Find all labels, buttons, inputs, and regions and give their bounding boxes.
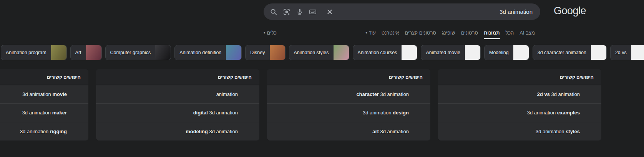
related-searches-title: חיפושים קשורים: [47, 74, 81, 80]
related-search-text: modeling 3d animation: [186, 129, 238, 134]
chip-label: 3d character animation: [533, 50, 591, 55]
related-searches-panel: חיפושים קשורים character 3d animation 3d…: [267, 69, 430, 140]
chip-thumbnail: [226, 45, 241, 60]
search-bar[interactable]: 3d animation: [264, 3, 540, 20]
related-search-item[interactable]: digital 3d animation: [96, 104, 259, 122]
chip-label: Art: [71, 50, 86, 55]
related-searches-title: חיפושים קשורים: [560, 74, 594, 80]
tab-label: הכל: [506, 30, 514, 36]
chip-thumbnail: [51, 45, 66, 60]
suggestion-chip-art[interactable]: Art: [70, 45, 102, 60]
suggestion-chips-strip: Animation program Art Computer graphics …: [0, 45, 644, 60]
tab-label: עוד: [369, 30, 376, 36]
clear-icon[interactable]: [326, 8, 334, 16]
related-search-item[interactable]: 2d vs 3d animation: [438, 85, 601, 104]
chip-thumbnail: [631, 45, 644, 60]
chip-label: Animation styles: [289, 50, 334, 55]
keyboard-icon[interactable]: [309, 8, 317, 16]
tab-label: אינטרנט: [382, 30, 399, 36]
chip-thumbnail: [465, 45, 480, 60]
chip-thumbnail: [591, 45, 606, 60]
search-input[interactable]: 3d animation: [500, 3, 533, 20]
search-icon[interactable]: [270, 8, 277, 16]
google-logo[interactable]: Google: [554, 5, 586, 17]
related-searches-title: חיפושים קשורים: [218, 74, 252, 80]
suggestion-chip-animation-courses[interactable]: Animation courses: [353, 45, 418, 60]
related-search-text: 3d animation design: [363, 110, 409, 116]
chip-thumbnail: [155, 45, 171, 60]
related-search-text: digital 3d animation: [193, 110, 238, 116]
google-lens-icon[interactable]: [283, 8, 290, 16]
chip-label: Computer graphics: [106, 50, 156, 55]
related-search-text: 2d vs 3d animation: [537, 91, 580, 97]
microphone-icon[interactable]: [296, 8, 304, 16]
related-searches-header: חיפושים קשורים: [96, 69, 259, 85]
related-search-item[interactable]: 3d animation movie: [0, 85, 88, 104]
related-searches-header: חיפושים קשורים: [267, 69, 430, 85]
chip-thumbnail: [334, 45, 349, 60]
related-search-item[interactable]: 3d animation examples: [438, 104, 601, 122]
related-searches-title: חיפושים קשורים: [389, 74, 423, 80]
tools-button[interactable]: כלים ▾: [264, 30, 277, 37]
related-search-text: art 3d animation: [372, 129, 409, 134]
chip-label: 2d vs: [611, 50, 631, 55]
related-search-item[interactable]: animation: [96, 85, 259, 104]
related-search-item[interactable]: character 3d animation: [267, 85, 430, 104]
tab-web[interactable]: אינטרנט: [382, 30, 399, 37]
tab-label: מצב AI: [520, 30, 535, 36]
related-searches-panel: חיפושים קשורים 3d animation movie 3d ani…: [0, 69, 88, 140]
suggestion-chip-computer-graphics[interactable]: Computer graphics: [105, 45, 171, 60]
chevron-down-icon: ▾: [264, 31, 266, 35]
tab-label: סרטונים קצרים: [405, 30, 436, 36]
tab-more[interactable]: עוד ▾: [365, 30, 376, 37]
chip-thumbnail: [270, 45, 285, 60]
tab-short-videos[interactable]: סרטונים קצרים: [405, 30, 436, 37]
search-bar-icons: [270, 3, 334, 20]
tab-videos[interactable]: סרטונים: [461, 30, 478, 37]
google-images-results-page: 3d animation Google מצב AI הכל תמונות סר…: [0, 0, 644, 157]
related-search-text: 3d animation movie: [22, 91, 67, 97]
related-search-item[interactable]: modeling 3d animation: [96, 122, 259, 140]
related-search-text: animation: [216, 91, 238, 97]
related-search-item[interactable]: 3d animation maker: [0, 104, 88, 122]
related-search-item[interactable]: 3d animation styles: [438, 122, 601, 140]
related-search-text: 3d animation styles: [536, 129, 580, 134]
related-search-item[interactable]: 3d animation rigging: [0, 122, 88, 140]
tab-ai-mode[interactable]: מצב AI: [520, 30, 535, 37]
chip-label: Animated movie: [421, 50, 465, 55]
results-tabs: מצב AI הכל תמונות סרטונים שופינג סרטונים…: [264, 28, 535, 38]
related-searches-section: חיפושים קשורים 2d vs 3d animation 3d ani…: [0, 69, 644, 146]
chip-label: Animation definition: [175, 50, 226, 55]
suggestion-chip-modeling[interactable]: Modeling: [484, 45, 529, 60]
suggestion-chip-animation-styles[interactable]: Animation styles: [289, 45, 349, 60]
related-search-text: 3d animation examples: [527, 110, 580, 116]
related-search-text: 3d animation rigging: [20, 129, 67, 134]
tab-label: סרטונים: [461, 30, 478, 36]
related-searches-header: חיפושים קשורים: [0, 69, 88, 85]
related-search-item[interactable]: 3d animation design: [267, 104, 430, 122]
suggestion-chip-animation-definition[interactable]: Animation definition: [174, 45, 242, 60]
tab-label: שופינג: [442, 30, 455, 36]
chevron-down-icon: ▾: [365, 31, 367, 35]
chip-thumbnail: [86, 45, 101, 60]
related-search-text: 3d animation maker: [22, 110, 67, 116]
tab-label: כלים: [267, 30, 277, 36]
chip-thumbnail: [513, 45, 529, 60]
suggestion-chip-2d-vs[interactable]: 2d vs: [610, 45, 644, 60]
chip-label: Modeling: [485, 50, 513, 55]
chip-label: Disney: [246, 50, 269, 55]
tab-all[interactable]: הכל: [506, 30, 514, 37]
suggestion-chip-animated-movie[interactable]: Animated movie: [421, 45, 481, 60]
tab-shopping[interactable]: שופינג: [442, 30, 455, 37]
related-search-text: character 3d animation: [356, 91, 409, 97]
tab-images[interactable]: תמונות: [484, 30, 500, 37]
chip-label: Animation program: [1, 50, 51, 55]
chip-label: Animation courses: [353, 50, 402, 55]
related-search-item[interactable]: art 3d animation: [267, 122, 430, 140]
suggestion-chip-disney[interactable]: Disney: [245, 45, 285, 60]
related-searches-panel: חיפושים קשורים 2d vs 3d animation 3d ani…: [438, 69, 601, 140]
related-searches-panel: חיפושים קשורים animation digital 3d anim…: [96, 69, 259, 140]
suggestion-chip-3d-character-animation[interactable]: 3d character animation: [533, 45, 607, 60]
chip-thumbnail: [402, 45, 417, 60]
suggestion-chip-animation-program[interactable]: Animation program: [1, 45, 67, 60]
